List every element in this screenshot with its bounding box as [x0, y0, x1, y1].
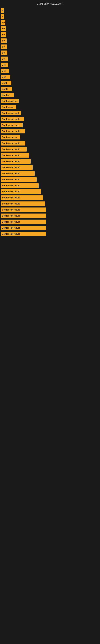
- result-bar: Bottl: [1, 81, 11, 85]
- result-bar: Bottleneck result: [1, 177, 37, 182]
- bar-label: Bo: [2, 40, 5, 42]
- bar-row: Bottleneck result: [1, 153, 98, 158]
- result-bar: Bo: [1, 56, 8, 61]
- bar-row: Bottleneck: [1, 105, 98, 109]
- bar-row: Bot: [1, 62, 98, 67]
- bar-label: Bottleneck result: [2, 154, 20, 156]
- bar-row: Bottleneck result: [1, 171, 98, 176]
- header: TheBottlenecker.com: [0, 0, 100, 6]
- bar-row: Bottlen: [1, 93, 98, 97]
- result-bar: Bo: [1, 50, 7, 55]
- bar-label: Bottleneck result: [2, 184, 20, 187]
- bar-label: Bottl: [2, 82, 7, 84]
- bar-label: Bottleneck res: [2, 136, 17, 138]
- bar-label: Bot: [2, 64, 5, 66]
- bar-label: Bottle: [2, 88, 8, 90]
- bar-label: Bottleneck res: [2, 100, 17, 102]
- result-bar: Bottleneck result: [1, 171, 35, 176]
- bar-row: Bottleneck res: [1, 135, 98, 140]
- bar-row: Bo: [1, 38, 98, 43]
- bar-label: Bo: [2, 58, 5, 60]
- result-bar: Bottleneck resu: [1, 123, 23, 128]
- result-bar: B: [1, 8, 4, 13]
- bar-label: Bottleneck result: [2, 160, 20, 162]
- bar-label: Bottleneck result: [2, 142, 20, 144]
- bar-row: Bottleneck result: [1, 232, 98, 236]
- bar-row: Bottleneck result: [1, 190, 98, 194]
- bar-label: Bottleneck result: [2, 118, 20, 120]
- result-bar: Bottleneck result: [1, 232, 46, 236]
- bar-row: Bo: [1, 50, 98, 55]
- bar-row: Bo: [1, 20, 98, 25]
- result-bar: Bottleneck res: [1, 99, 19, 103]
- result-bar: Bo: [1, 32, 6, 37]
- result-bar: Bottleneck resul: [1, 111, 21, 115]
- bar-label: Bottleneck resu: [2, 124, 18, 126]
- bar-label: Bottleneck result: [2, 166, 20, 169]
- result-bar: Bottleneck result: [1, 202, 45, 206]
- result-bar: Bo: [1, 26, 6, 31]
- bar-row: Bottleneck result: [1, 226, 98, 230]
- bar-label: Bottleneck result: [2, 148, 20, 150]
- bars-container: BBBoBoBoBoBoBoBoBotBotBottBottlBottleBot…: [0, 6, 100, 240]
- bar-row: Bottleneck result: [1, 208, 98, 212]
- bar-row: Bottleneck result: [1, 147, 98, 152]
- result-bar: Bottleneck result: [1, 159, 31, 164]
- bar-label: Bottleneck result: [2, 226, 20, 229]
- result-bar: Bottle: [1, 87, 12, 91]
- bar-row: Bottleneck result: [1, 202, 98, 206]
- result-bar: Bottleneck result: [1, 141, 25, 146]
- bar-label: Bottleneck result: [2, 190, 20, 193]
- bar-row: Bo: [1, 44, 98, 49]
- bar-row: Bottleneck result: [1, 159, 98, 164]
- bar-row: Bo: [1, 32, 98, 37]
- result-bar: Bot: [1, 62, 8, 67]
- result-bar: Bottleneck result: [1, 196, 43, 200]
- bar-label: Bottleneck resul: [2, 112, 19, 114]
- bar-row: Bottleneck result: [1, 177, 98, 182]
- bar-label: Bottleneck result: [2, 202, 20, 205]
- bar-row: Bott: [1, 75, 98, 79]
- result-bar: Bottleneck res: [1, 135, 20, 140]
- bar-label: Bottleneck result: [2, 214, 20, 217]
- bar-label: Bottleneck result: [2, 220, 20, 223]
- result-bar: Bottleneck result: [1, 208, 46, 212]
- bar-row: Bottleneck resu: [1, 123, 98, 128]
- bar-label: Bottlen: [2, 94, 9, 96]
- bar-label: Bo: [2, 52, 5, 54]
- bar-label: Bottleneck result: [2, 233, 20, 235]
- bar-label: Bo: [2, 27, 5, 30]
- bar-label: Bottleneck result: [2, 130, 20, 132]
- result-bar: Bottlen: [1, 93, 14, 97]
- result-bar: Bottleneck result: [1, 220, 46, 224]
- result-bar: Bottleneck result: [1, 147, 27, 152]
- bar-label: B: [2, 9, 3, 12]
- result-bar: Bottleneck: [1, 105, 16, 109]
- bar-label: Bo: [2, 34, 5, 36]
- result-bar: Bottleneck result: [1, 183, 39, 188]
- result-bar: Bo: [1, 44, 7, 49]
- bar-row: Bottleneck result: [1, 165, 98, 170]
- bar-label: Bot: [2, 70, 5, 72]
- bar-row: Bo: [1, 56, 98, 61]
- bar-row: B: [1, 8, 98, 13]
- result-bar: Bottleneck result: [1, 226, 46, 230]
- bar-row: Bottleneck result: [1, 214, 98, 218]
- result-bar: Bott: [1, 75, 10, 79]
- result-bar: B: [1, 14, 4, 19]
- result-bar: Bottleneck result: [1, 214, 46, 218]
- bar-row: Bottle: [1, 87, 98, 91]
- bar-row: Bottleneck result: [1, 183, 98, 188]
- result-bar: Bottleneck result: [1, 190, 41, 194]
- result-bar: Bottleneck result: [1, 117, 24, 121]
- bar-row: Bo: [1, 26, 98, 31]
- bar-row: Bottleneck res: [1, 99, 98, 103]
- result-bar: Bo: [1, 20, 5, 25]
- bar-row: Bottl: [1, 81, 98, 85]
- result-bar: Bo: [1, 38, 7, 43]
- bar-label: Bottleneck: [2, 106, 13, 108]
- bar-row: Bot: [1, 69, 98, 73]
- site-title: TheBottlenecker.com: [0, 0, 100, 6]
- bar-row: B: [1, 14, 98, 19]
- bar-label: B: [2, 15, 3, 18]
